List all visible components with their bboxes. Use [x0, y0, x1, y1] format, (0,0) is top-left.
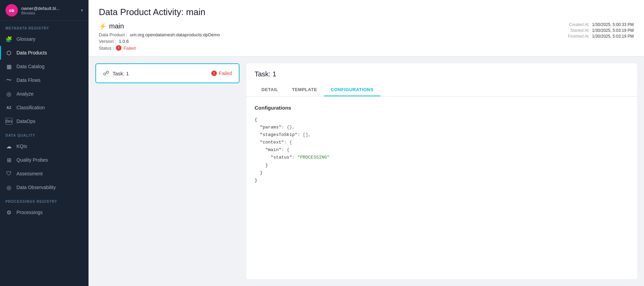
user-org: Blindata	[21, 11, 78, 15]
sidebar-item-label: Data Products	[16, 50, 47, 55]
page-header: Data Product Activity: main ⚡ main Data …	[89, 0, 644, 57]
started-label: Started At:	[570, 28, 589, 33]
code-key: "stagesToSkip"	[260, 132, 297, 137]
sidebar-item-label: Data Observability	[16, 185, 56, 190]
sidebar-item-label: KQIs	[16, 144, 27, 149]
puzzle-icon: 🧩	[5, 36, 12, 42]
task-status-label: Failed	[219, 71, 232, 76]
grid-icon: ▦	[5, 63, 12, 70]
code-line-2: "params": {},	[255, 124, 629, 131]
sidebar: ob owner@default.bl... Blindata ▾ METADA…	[0, 0, 89, 286]
activity-name: main	[109, 22, 124, 30]
sidebar-item-label: Processings	[16, 210, 43, 215]
section-label-quality: DATA QUALITY	[0, 128, 89, 139]
code-line-6: "status": "PROCESSING"	[255, 154, 629, 161]
sidebar-header[interactable]: ob owner@default.bl... Blindata ▾	[0, 0, 89, 21]
sidebar-item-label: Data Catalog	[16, 64, 45, 69]
status-badge: Failed	[124, 46, 136, 51]
sidebar-item-label: Glossary	[16, 36, 35, 42]
sidebar-item-data-flows[interactable]: 〜 Data Flows	[0, 73, 89, 87]
wave-icon: 〜	[5, 77, 12, 84]
observability-icon: ◎	[5, 184, 12, 191]
sidebar-item-data-catalog[interactable]: ▦ Data Catalog	[0, 60, 89, 73]
sidebar-item-data-observability[interactable]: ◎ Data Observability	[0, 181, 89, 194]
sidebar-item-processings[interactable]: ⚙ Processings	[0, 206, 89, 219]
detail-title: Task: 1	[255, 70, 629, 78]
status-row: Status : ! Failed	[99, 45, 568, 51]
sidebar-item-classification[interactable]: AZ Classification	[0, 101, 89, 114]
detail-panel: Task: 1 DETAIL TEMPLATE CONFIGURATIONS C…	[246, 63, 637, 279]
hexagon-icon: ⬡	[5, 49, 12, 56]
started-at-row: Started At: 1/30/2025, 5:03:19 PM	[568, 28, 634, 33]
az-icon: AZ	[5, 104, 12, 111]
sidebar-item-quality-probes[interactable]: ⊞ Quality Probes	[0, 153, 89, 167]
created-value: 1/30/2025, 5:00:33 PM	[592, 22, 634, 27]
content-area: ☍ Task: 1 ! Failed Task: 1 DETAIL TEMPLA…	[89, 57, 644, 286]
cloud-icon: ☁	[5, 143, 12, 150]
task-name: Task: 1	[113, 71, 129, 76]
sidebar-item-kqis[interactable]: ☁ KQIs	[0, 139, 89, 153]
page-title: Data Product Activity: main	[99, 7, 634, 17]
sidebar-item-dataops[interactable]: dev DataOps	[0, 114, 89, 128]
data-product-label: Data Product :	[99, 32, 127, 37]
sidebar-item-assessment[interactable]: 🛡 Assessment	[0, 167, 89, 181]
status-icon: !	[116, 45, 121, 51]
sidebar-item-label: Quality Probes	[16, 157, 48, 163]
version-value: 1.0.6	[119, 39, 129, 44]
user-info: owner@default.bl... Blindata	[21, 6, 78, 15]
section-label-metadata: METADATA REGISTRY	[0, 21, 89, 32]
sidebar-item-label: Classification	[16, 105, 45, 110]
circle-icon: ◎	[5, 90, 12, 97]
code-line-3: "stagesToSkip": [],	[255, 131, 629, 139]
code-line-7: }	[255, 162, 629, 169]
config-section-title: Configurations	[255, 105, 629, 111]
main-content: Data Product Activity: main ⚡ main Data …	[89, 0, 644, 286]
avatar: ob	[5, 4, 18, 16]
tab-detail[interactable]: DETAIL	[255, 84, 285, 96]
created-label: Created At:	[569, 22, 589, 27]
finished-value: 1/30/2025, 5:03:19 PM	[592, 34, 634, 39]
sidebar-item-label: DataOps	[16, 119, 35, 124]
detail-header: Task: 1 DETAIL TEMPLATE CONFIGURATIONS	[246, 63, 637, 97]
finished-at-row: Finished At: 1/30/2025, 5:03:19 PM	[568, 34, 634, 39]
sidebar-item-glossary[interactable]: 🧩 Glossary	[0, 32, 89, 46]
task-list: ☍ Task: 1 ! Failed	[95, 63, 239, 279]
sidebar-item-label: Analyze	[16, 91, 34, 97]
sidebar-item-label: Assessment	[16, 171, 43, 176]
created-at-row: Created At: 1/30/2025, 5:00:33 PM	[568, 22, 634, 27]
task-status-icon: !	[211, 71, 217, 76]
code-line-5: "main": {	[255, 146, 629, 154]
version-label: Version :	[99, 39, 116, 44]
user-email: owner@default.bl...	[21, 6, 78, 11]
detail-body: Configurations { "params": {}, "stagesTo…	[246, 97, 637, 279]
code-string-processing: "PROCESSING"	[297, 155, 330, 160]
status-label: Status :	[99, 46, 114, 51]
started-value: 1/30/2025, 5:03:19 PM	[592, 28, 634, 33]
code-key: "main"	[265, 147, 281, 152]
version-row: Version : 1.0.6	[99, 39, 568, 44]
sidebar-item-data-products[interactable]: ⬡ Data Products	[0, 46, 89, 60]
task-card-left: ☍ Task: 1	[103, 70, 129, 77]
sidebar-item-label: Data Flows	[16, 77, 40, 83]
code-line-4: "context": {	[255, 139, 629, 146]
code-line-9: }	[255, 177, 629, 184]
finished-label: Finished At:	[568, 34, 590, 39]
code-key: "params"	[260, 125, 281, 130]
activity-name-row: ⚡ main	[99, 22, 568, 30]
code-line-1: {	[255, 116, 629, 124]
tab-configurations[interactable]: CONFIGURATIONS	[324, 84, 380, 96]
section-label-processings: PROCESSINGS REGISTRY	[0, 194, 89, 206]
task-icon: ☍	[103, 70, 109, 77]
sidebar-item-analyze[interactable]: ◎ Analyze	[0, 87, 89, 101]
chevron-down-icon: ▾	[81, 8, 83, 13]
code-block: { "params": {}, "stagesToSkip": [], "con…	[255, 116, 629, 184]
activity-timestamps: Created At: 1/30/2025, 5:00:33 PM Starte…	[568, 22, 634, 51]
processings-icon: ⚙	[5, 209, 12, 216]
code-line-8: }	[255, 169, 629, 177]
task-card[interactable]: ☍ Task: 1 ! Failed	[95, 63, 239, 83]
task-status: ! Failed	[211, 71, 232, 76]
activity-info: ⚡ main Data Product : urn:org.opendatame…	[99, 22, 634, 51]
activity-left: ⚡ main Data Product : urn:org.opendatame…	[99, 22, 568, 51]
tab-template[interactable]: TEMPLATE	[285, 84, 324, 96]
data-product-value: urn:org.opendatamesh:dataproducts:dpDemo	[130, 32, 220, 37]
